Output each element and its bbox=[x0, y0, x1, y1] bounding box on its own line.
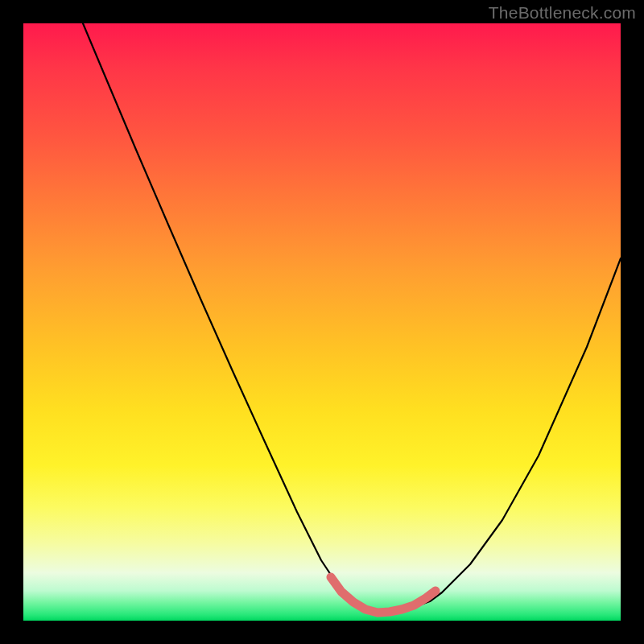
bottleneck-curve bbox=[83, 23, 621, 613]
plot-area bbox=[23, 23, 621, 621]
curve-layer bbox=[23, 23, 621, 621]
chart-stage: TheBottleneck.com bbox=[0, 0, 644, 644]
optimal-zone-highlight bbox=[331, 577, 436, 613]
watermark-label: TheBottleneck.com bbox=[489, 3, 636, 23]
